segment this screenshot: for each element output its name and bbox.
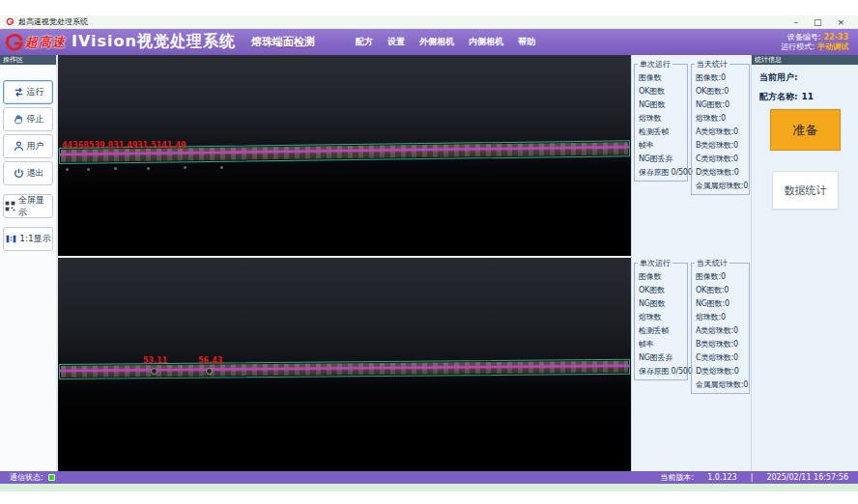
close-button[interactable]: × <box>837 16 844 28</box>
camera-view-bottom[interactable]: 53.11 56.43 <box>58 258 631 471</box>
recipe-name-value: 11 <box>802 92 815 101</box>
run-button[interactable]: 运行 <box>3 80 53 104</box>
one-to-one-button[interactable]: 1:1显示 <box>3 227 53 251</box>
device-number-label: 设备编号: <box>787 33 821 42</box>
user-icon <box>13 140 25 153</box>
data-statistics-button[interactable]: 数据统计 <box>772 171 839 210</box>
user-button[interactable]: 用户 <box>3 134 53 158</box>
stat-row: OK图数 <box>639 85 687 98</box>
bead-mark <box>206 368 213 375</box>
app-header: 超高速 IVision视觉处理系统 熔珠端面检测 配方设置外侧相机内侧相机帮助 … <box>0 29 858 55</box>
one-to-one-button-label: 1:1显示 <box>19 233 50 245</box>
stat-row: C类熔珠数:0 <box>696 351 749 365</box>
main-menu: 配方设置外侧相机内侧相机帮助 <box>356 36 535 48</box>
app-title: IVision视觉处理系统 <box>72 32 236 52</box>
desktop-strip <box>0 484 858 491</box>
menu-item[interactable]: 配方 <box>356 36 373 48</box>
sidebar-title: 操作区 <box>0 55 56 65</box>
stats-column: 单次运行 图像数OK图数NG图数熔珠数检测丢帧帧率NG图丢弃保存原图 0/500… <box>631 55 751 471</box>
device-info: 设备编号:22-33 运行模式:手动调试 <box>781 33 848 52</box>
stat-row: D类熔珠数:0 <box>696 365 749 378</box>
comm-status-indicator <box>48 474 55 481</box>
stat-row: 图像数:0 <box>696 71 749 85</box>
menu-item[interactable]: 帮助 <box>518 36 535 48</box>
stat-row: A类熔珠数:0 <box>696 324 749 338</box>
window-controls: – □ × <box>793 16 852 28</box>
run-mode-value: 手动调试 <box>817 42 848 51</box>
brand-swirl-icon <box>4 32 25 53</box>
stat-row: 熔珠数 <box>639 311 687 324</box>
fullscreen-grid-icon <box>4 200 16 212</box>
daily-stats-group-top: 当天统计 图像数:0OK图数:0NG图数:0熔珠数:0A类熔珠数:0B类熔珠数:… <box>691 64 750 195</box>
datetime-value: 2025/02/11 16:57:56 <box>766 473 848 482</box>
minimize-button[interactable]: – <box>793 16 798 28</box>
stop-hand-icon <box>13 113 25 126</box>
group-title: 单次运行 <box>638 258 672 268</box>
menu-item[interactable]: 设置 <box>387 36 405 48</box>
prepare-button[interactable]: 准备 <box>770 109 841 151</box>
info-panel-title: 统计信息 <box>752 55 858 65</box>
window-titlebar: 超高速视觉处理系统 – □ × <box>0 15 858 29</box>
stat-row: 帧率 <box>639 338 687 351</box>
status-bar-right: 当前版本: 1.0.123 | 2025/02/11 16:57:56 <box>660 472 848 483</box>
fullscreen-button[interactable]: 全屏显示 <box>3 194 53 218</box>
stat-row: 金属屑熔珠数:0 <box>696 378 749 392</box>
maximize-button[interactable]: □ <box>814 16 822 28</box>
stat-row: B类熔珠数:0 <box>696 338 749 351</box>
exit-button-label: 退出 <box>27 167 44 180</box>
stat-row: NG图丢弃 <box>639 153 687 166</box>
device-number-value: 22-33 <box>823 33 848 42</box>
debris-mark <box>147 167 150 170</box>
user-button-label: 用户 <box>27 140 44 153</box>
stat-row: OK图数:0 <box>696 284 749 297</box>
stat-row: 熔珠数:0 <box>696 311 749 324</box>
measurement-annotation: 44368539.831.49 <box>62 141 137 150</box>
stat-row: NG图数 <box>639 297 687 311</box>
stat-row: 保存原图 0/500 <box>639 166 687 180</box>
measurement-annotation: 53.11 <box>143 356 167 365</box>
stat-row: A类熔珠数:0 <box>696 126 749 139</box>
app-logo-icon <box>6 17 14 26</box>
stat-row: NG图数 <box>639 98 687 112</box>
app-subtitle: 熔珠端面检测 <box>251 35 315 49</box>
debris-mark <box>87 168 90 171</box>
one-to-one-icon <box>5 233 17 245</box>
version-label: 当前版本: <box>660 472 694 483</box>
stat-row: OK图数:0 <box>696 85 749 98</box>
debris-mark <box>184 166 186 169</box>
daily-stats-group-bottom: 当天统计 图像数:0OK图数:0NG图数:0熔珠数:0A类熔珠数:0B类熔珠数:… <box>691 263 750 394</box>
group-title: 当天统计 <box>695 258 729 268</box>
single-run-group-bottom: 单次运行 图像数OK图数NG图数熔珠数检测丢帧帧率NG图丢弃保存原图 0/500 <box>634 263 688 380</box>
window-title: 超高速视觉处理系统 <box>18 16 88 27</box>
bead-mark <box>151 368 157 375</box>
brand-name: 超高速 <box>25 34 66 51</box>
operation-sidebar: 操作区 运行 停止 用户 <box>0 55 58 471</box>
run-mode-label: 运行模式: <box>781 42 815 51</box>
stat-row: OK图数 <box>639 284 687 297</box>
group-title: 当天统计 <box>695 59 729 70</box>
debris-mark <box>220 166 223 169</box>
stat-row: 检测丢帧 <box>639 126 687 139</box>
stat-row: 帧率 <box>639 139 687 153</box>
recipe-name-label: 配方名称: <box>759 92 798 101</box>
stat-row: 检测丢帧 <box>639 324 687 338</box>
stop-button[interactable]: 停止 <box>3 107 53 131</box>
stat-row: 保存原图 0/500 <box>639 365 687 378</box>
run-cycle-icon <box>13 86 25 98</box>
info-panel: 统计信息 当前用户: 配方名称:11 准备 数据统计 <box>751 55 858 471</box>
stat-row: D类熔珠数:0 <box>696 166 749 180</box>
camera-views: 44368539.831.49 31.5141.49 53.11 56.43 <box>58 55 631 471</box>
stat-row: 熔珠数 <box>639 112 687 126</box>
menu-item[interactable]: 外侧相机 <box>419 36 454 48</box>
camera-view-top[interactable]: 44368539.831.49 31.5141.49 <box>58 55 631 256</box>
exit-button[interactable]: 退出 <box>3 161 53 185</box>
current-user-row: 当前用户: <box>759 71 858 84</box>
stat-row: 图像数 <box>639 71 687 85</box>
status-bar: 通信状态: 当前版本: 1.0.123 | 2025/02/11 16:57:5… <box>0 471 858 484</box>
stat-row: 熔珠数:0 <box>696 112 749 126</box>
debris-mark <box>66 168 69 171</box>
recipe-name-row: 配方名称:11 <box>759 91 858 103</box>
menu-item[interactable]: 内侧相机 <box>469 36 503 48</box>
debris-mark <box>114 167 117 170</box>
status-separator: | <box>751 473 754 482</box>
